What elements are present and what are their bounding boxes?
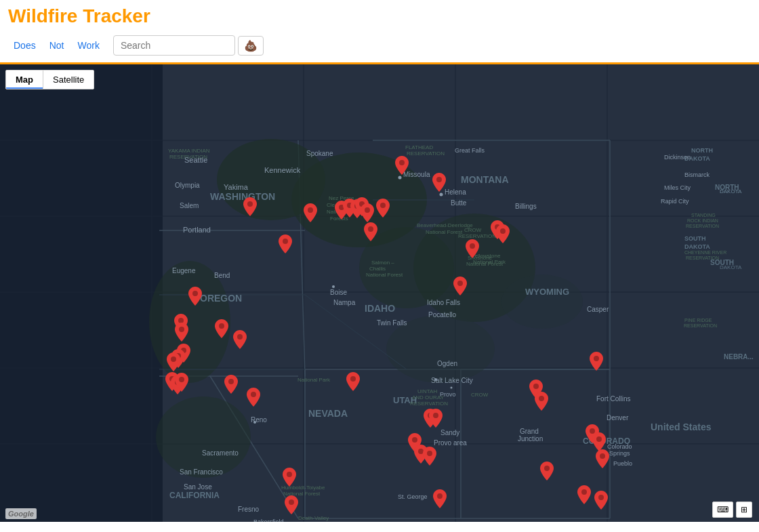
fire-pin[interactable]	[594, 491, 608, 512]
svg-point-160	[368, 226, 373, 232]
svg-text:Bakersfield: Bakersfield	[253, 518, 284, 522]
svg-point-193	[596, 436, 602, 442]
svg-text:Idaho Falls: Idaho Falls	[427, 299, 460, 306]
fire-pin[interactable]	[496, 224, 510, 246]
svg-text:RESERVATION: RESERVATION	[410, 401, 448, 407]
svg-text:CROW: CROW	[471, 392, 489, 398]
svg-text:ROCK INDIAN: ROCK INDIAN	[687, 218, 718, 223]
svg-text:Miles City: Miles City	[664, 184, 691, 191]
fire-pin[interactable]	[423, 447, 436, 468]
svg-text:Dickinson: Dickinson	[664, 154, 691, 161]
svg-point-168	[192, 291, 198, 296]
svg-text:Yakima: Yakima	[224, 183, 249, 191]
svg-text:Spokane: Spokane	[306, 150, 333, 157]
map-controls[interactable]: ⌨ ⊞	[712, 502, 752, 518]
svg-point-179	[228, 379, 234, 384]
nav-link-not[interactable]: Not	[44, 37, 70, 54]
map-toggle-button[interactable]: Map	[6, 70, 43, 89]
svg-text:Great Falls: Great Falls	[455, 147, 485, 154]
fire-pin[interactable]	[304, 203, 317, 225]
svg-text:NEVADA: NEVADA	[308, 408, 348, 419]
svg-text:CALIFORNIA: CALIFORNIA	[169, 491, 220, 500]
svg-text:RESERVATION: RESERVATION	[686, 224, 719, 228]
svg-point-165	[500, 228, 506, 234]
search-input[interactable]	[113, 35, 235, 56]
svg-point-77	[434, 378, 437, 381]
fire-pin[interactable]	[364, 222, 377, 244]
fire-pin[interactable]	[432, 173, 446, 195]
fire-pin[interactable]	[279, 234, 292, 256]
svg-text:Casper: Casper	[587, 306, 609, 313]
poop-button[interactable]: 💩	[238, 36, 264, 56]
fire-pin[interactable]	[283, 468, 296, 489]
svg-text:Eugene: Eugene	[172, 267, 196, 274]
fire-pin[interactable]	[175, 373, 188, 394]
map-view-toggle[interactable]: Map Satellite	[5, 70, 94, 89]
svg-point-167	[457, 281, 463, 286]
fire-pin[interactable]	[188, 287, 202, 308]
fire-pin[interactable]	[590, 352, 603, 373]
svg-text:United States: United States	[651, 422, 712, 432]
fire-pin[interactable]	[577, 485, 591, 507]
svg-text:Ogden: Ogden	[437, 360, 457, 367]
nav-link-work[interactable]: Work	[72, 37, 104, 54]
fire-pin[interactable]	[433, 489, 447, 511]
svg-point-181	[350, 376, 356, 382]
fire-pin[interactable]	[215, 319, 228, 341]
svg-point-198	[289, 499, 294, 505]
keyboard-shortcut-button[interactable]: ⌨	[712, 502, 733, 518]
fire-pin[interactable]	[395, 156, 409, 178]
svg-text:CHEYENNE RIVER: CHEYENNE RIVER	[684, 250, 726, 255]
fire-pin[interactable]	[429, 409, 443, 430]
svg-text:Challis: Challis	[369, 266, 386, 272]
svg-text:National Forest: National Forest	[426, 229, 463, 235]
svg-text:St. George: St. George	[398, 493, 428, 500]
svg-point-158	[365, 207, 370, 213]
svg-point-194	[600, 453, 605, 459]
fire-pin[interactable]	[596, 449, 609, 471]
svg-text:Butte: Butte	[451, 199, 467, 207]
svg-text:Pueblo: Pueblo	[613, 460, 632, 467]
fire-pin[interactable]	[233, 330, 247, 352]
svg-point-161	[283, 239, 288, 244]
svg-text:Bismarck: Bismarck	[684, 171, 710, 178]
fire-pin[interactable]	[466, 239, 479, 261]
svg-text:Nampa: Nampa	[333, 299, 356, 306]
fire-pin[interactable]	[224, 375, 238, 396]
svg-text:UINTAH: UINTAH	[417, 388, 437, 394]
svg-point-162	[399, 160, 405, 165]
fire-pin[interactable]	[167, 352, 180, 374]
fire-pin[interactable]	[540, 462, 554, 483]
fire-pin[interactable]	[535, 392, 548, 413]
fire-pin[interactable]	[175, 323, 188, 344]
google-logo: Google	[5, 508, 37, 519]
fire-pin[interactable]	[453, 277, 467, 298]
fire-pin[interactable]	[346, 372, 360, 394]
svg-text:Helena: Helena	[445, 188, 466, 196]
svg-text:Springs: Springs	[609, 450, 630, 457]
svg-text:DAKOTA: DAKOTA	[720, 264, 742, 270]
fire-pin[interactable]	[376, 199, 390, 220]
svg-text:San Francisco: San Francisco	[180, 468, 223, 476]
svg-point-190	[544, 466, 550, 471]
svg-text:Junction: Junction	[518, 435, 543, 443]
svg-point-188	[533, 384, 539, 389]
fire-pin[interactable]	[247, 388, 260, 409]
fire-pin[interactable]	[285, 495, 298, 517]
svg-text:WYOMING: WYOMING	[525, 287, 569, 297]
svg-point-35	[501, 274, 583, 329]
nav-link-does[interactable]: Does	[8, 37, 41, 54]
svg-text:MONTANA: MONTANA	[461, 174, 509, 185]
fire-pin[interactable]	[243, 197, 257, 219]
svg-text:National Park: National Park	[298, 377, 331, 383]
terms-button[interactable]: ⊞	[736, 502, 752, 518]
svg-text:Beaverhead-Deerlodge: Beaverhead-Deerlodge	[417, 222, 473, 228]
svg-point-170	[179, 327, 184, 332]
svg-text:IDAHO: IDAHO	[365, 303, 395, 314]
svg-text:Portland: Portland	[183, 226, 211, 234]
svg-point-180	[251, 392, 256, 397]
svg-text:Salem: Salem	[180, 202, 199, 209]
svg-point-173	[171, 356, 176, 362]
satellite-toggle-button[interactable]: Satellite	[43, 70, 94, 89]
svg-text:Fort Collins: Fort Collins	[596, 395, 631, 403]
